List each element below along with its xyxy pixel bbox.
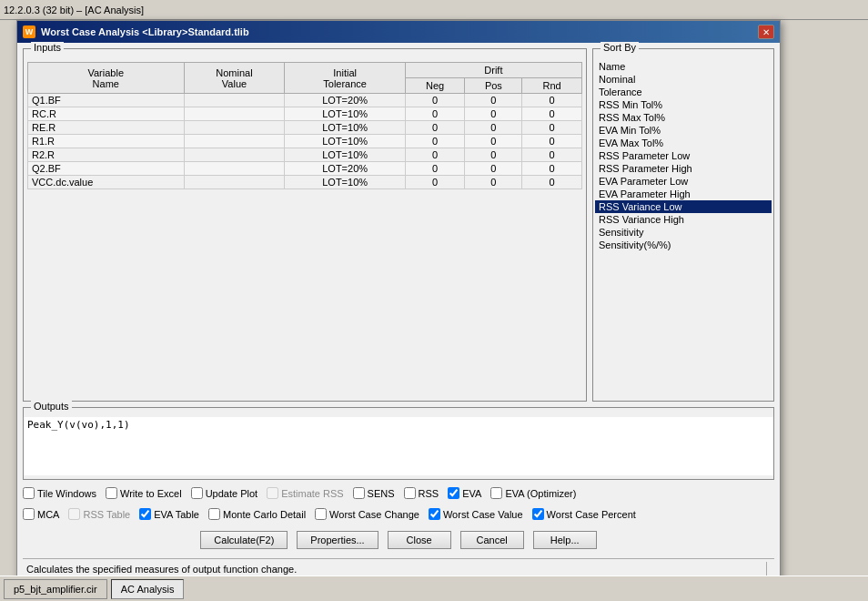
label-cb_eva_table: EVA Table: [154, 509, 199, 520]
col-pos: Pos: [465, 78, 522, 94]
app-version: 12.2.0.3 (32 bit) – [AC Analysis]: [4, 5, 144, 15]
status-divider: [766, 562, 767, 576]
sortby-item[interactable]: EVA Parameter Low: [595, 175, 772, 188]
check-item-cb_mcd[interactable]: Monte Carlo Detail: [208, 508, 306, 520]
cell-tolerance: LOT=10%: [285, 121, 405, 135]
checkbox-cb_wc_value[interactable]: [429, 508, 440, 520]
checkbox-cb_eva[interactable]: [448, 487, 459, 499]
label-cb_wc_value: Worst Case Value: [443, 509, 523, 520]
cell-name: Q1.BF: [28, 94, 185, 107]
btn_close[interactable]: Close: [388, 531, 451, 549]
check-item-cb_tile[interactable]: Tile Windows: [23, 487, 96, 499]
checkbox-cb_wc_change[interactable]: [315, 508, 327, 520]
check-item-cb_wc_change[interactable]: Worst Case Change: [315, 508, 419, 520]
checkbox-cb_sens[interactable]: [353, 487, 365, 499]
sortby-list[interactable]: NameNominalToleranceRSS Min Tol%RSS Max …: [593, 58, 773, 401]
sortby-item[interactable]: RSS Min Tol%: [595, 98, 772, 111]
checkbox-cb_tile[interactable]: [23, 487, 35, 499]
cell-rnd: 0: [522, 135, 582, 148]
checkbox-cb_eva_table[interactable]: [139, 508, 151, 520]
cell-name: R2.R: [28, 148, 185, 162]
cell-rnd: 0: [522, 148, 582, 162]
cell-tolerance: LOT=10%: [285, 135, 405, 148]
close-button[interactable]: ✕: [758, 25, 774, 39]
checkbox-cb_eva_opt[interactable]: [490, 487, 502, 499]
col-variable-name: VariableName: [28, 63, 185, 94]
sortby-item[interactable]: RSS Variance High: [595, 213, 772, 226]
cell-nominal: [184, 107, 285, 121]
taskbar-tb_ac[interactable]: AC Analysis: [111, 579, 185, 599]
btn_cancel[interactable]: Cancel: [460, 531, 524, 549]
cell-name: VCC.dc.value: [28, 176, 185, 189]
label-cb_tile: Tile Windows: [37, 488, 96, 499]
check-item-cb_estimate: Estimate RSS: [267, 487, 343, 499]
checkboxes-row1: Tile WindowsWrite to ExcelUpdate PlotEst…: [23, 485, 774, 501]
label-cb_wc_percent: Worst Case Percent: [547, 509, 636, 520]
sortby-item[interactable]: Name: [595, 60, 772, 73]
check-item-cb_eva_opt[interactable]: EVA (Optimizer): [490, 487, 576, 499]
inputs-label: Inputs: [31, 42, 64, 53]
btn_properties[interactable]: Properties...: [297, 531, 378, 549]
outputs-textarea[interactable]: [24, 417, 773, 475]
btn_help[interactable]: Help...: [533, 531, 597, 549]
sortby-item[interactable]: Tolerance: [595, 86, 772, 98]
sortby-item[interactable]: RSS Variance Low: [595, 200, 772, 213]
cell-name: R1.R: [28, 135, 185, 148]
cell-neg: 0: [405, 135, 465, 148]
sortby-item[interactable]: RSS Parameter Low: [595, 149, 772, 162]
sortby-item[interactable]: RSS Max Tol%: [595, 111, 772, 124]
label-cb_eva_opt: EVA (Optimizer): [505, 488, 576, 499]
checkbox-cb_wc_percent[interactable]: [532, 508, 544, 520]
app-icon: W: [23, 25, 35, 38]
cell-pos: 0: [465, 121, 522, 135]
taskbar-tb_cir[interactable]: p5_bjt_amplifier.cir: [4, 579, 107, 599]
check-item-cb_rss[interactable]: RSS: [404, 487, 439, 499]
sortby-item[interactable]: RSS Parameter High: [595, 162, 772, 175]
sortby-item[interactable]: EVA Min Tol%: [595, 124, 772, 137]
col-nominal-value: NominalValue: [184, 63, 285, 94]
table-row: RC.R LOT=10% 0 0 0: [28, 107, 582, 121]
sortby-item[interactable]: Nominal: [595, 73, 772, 86]
label-cb_excel: Write to Excel: [120, 488, 182, 499]
inputs-table: VariableName NominalValue InitialToleran…: [27, 62, 582, 189]
check-item-cb_wc_percent[interactable]: Worst Case Percent: [532, 508, 636, 520]
sortby-item[interactable]: Sensitivity: [595, 226, 772, 239]
check-item-cb_eva_table[interactable]: EVA Table: [139, 508, 199, 520]
check-item-cb_mca[interactable]: MCA: [23, 508, 59, 520]
outputs-label: Outputs: [31, 401, 72, 412]
sortby-box: Sort By NameNominalToleranceRSS Min Tol%…: [592, 48, 774, 402]
cell-neg: 0: [405, 107, 465, 121]
sortby-item[interactable]: EVA Max Tol%: [595, 137, 772, 149]
cell-nominal: [184, 121, 285, 135]
check-item-cb_update[interactable]: Update Plot: [191, 487, 257, 499]
cell-rnd: 0: [522, 107, 582, 121]
btn_calculate[interactable]: Calculate(F2): [200, 531, 288, 549]
checkbox-cb_mca[interactable]: [23, 508, 35, 520]
status-text: Calculates the specified measures of out…: [26, 564, 762, 575]
cell-nominal: [184, 135, 285, 148]
checkbox-cb_excel[interactable]: [106, 487, 117, 499]
label-cb_sens: SENS: [368, 488, 395, 499]
checkbox-cb_update[interactable]: [191, 487, 203, 499]
check-item-cb_sens[interactable]: SENS: [353, 487, 395, 499]
col-neg: Neg: [405, 78, 465, 94]
check-item-cb_eva[interactable]: EVA: [448, 487, 481, 499]
cell-name: RC.R: [28, 107, 185, 121]
check-item-cb_excel[interactable]: Write to Excel: [106, 487, 182, 499]
cell-nominal: [184, 94, 285, 107]
buttons-row: Calculate(F2)Properties...CloseCancelHel…: [23, 527, 774, 553]
cell-name: Q2.BF: [28, 162, 185, 176]
cell-nominal: [184, 176, 285, 189]
cell-rnd: 0: [522, 121, 582, 135]
taskbar-items: p5_bjt_amplifier.cirAC Analysis: [4, 579, 184, 599]
cell-pos: 0: [465, 176, 522, 189]
taskbar: p5_bjt_amplifier.cirAC Analysis: [0, 576, 868, 601]
cell-pos: 0: [465, 94, 522, 107]
checkbox-cb_rss[interactable]: [404, 487, 416, 499]
cell-name: RE.R: [28, 121, 185, 135]
checkbox-cb_mcd[interactable]: [208, 508, 220, 520]
sortby-item[interactable]: Sensitivity(%/%): [595, 239, 772, 251]
check-item-cb_wc_value[interactable]: Worst Case Value: [429, 508, 523, 520]
sortby-item[interactable]: EVA Parameter High: [595, 188, 772, 200]
label-cb_rss_table: RSS Table: [83, 509, 130, 520]
